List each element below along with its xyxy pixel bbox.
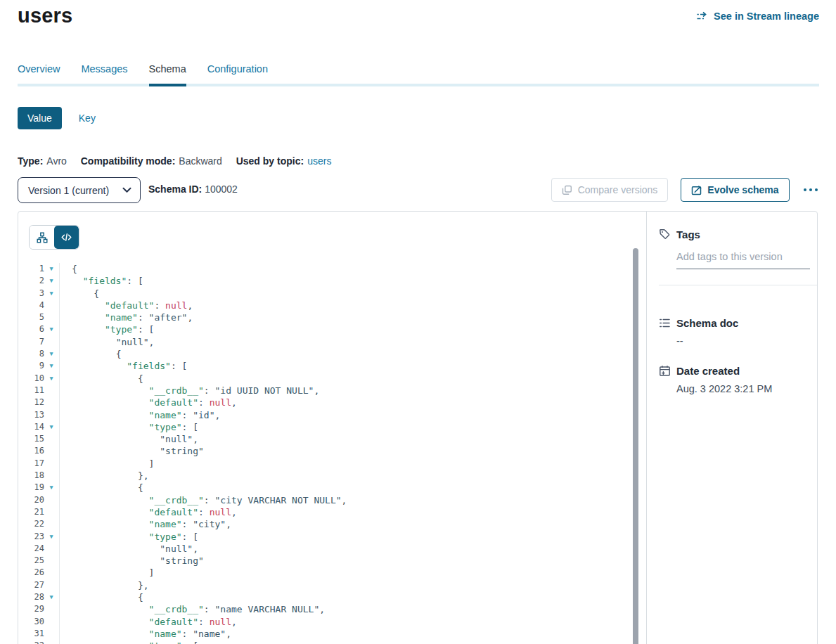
- tab-schema[interactable]: Schema: [149, 63, 186, 86]
- line-number: 27: [18, 579, 44, 591]
- key-tab-button[interactable]: Key: [79, 112, 96, 124]
- code-lines: 1▼{2▼ "fields": [3▼ {4 "default": null,5…: [18, 263, 646, 644]
- code-text: "name": "after",: [59, 311, 646, 323]
- topic-link[interactable]: users: [307, 155, 331, 167]
- code-line: 1▼{: [18, 263, 646, 275]
- code-line: 32▼ "type": [: [18, 640, 646, 644]
- code-line: 10▼ {: [18, 373, 646, 385]
- fold-spacer: [44, 567, 58, 579]
- code-view-button[interactable]: [54, 226, 79, 249]
- fold-arrow-icon[interactable]: ▼: [44, 263, 58, 275]
- fold-spacer: [44, 506, 58, 518]
- code-line: 26 ]: [18, 567, 646, 579]
- edit-schema-icon: [691, 185, 702, 195]
- fold-arrow-icon[interactable]: ▼: [44, 421, 58, 433]
- code-text: ]: [59, 567, 646, 579]
- schema-controls-row: Version 1 (current) Schema ID: 100002 Co…: [18, 177, 819, 203]
- code-text: "default": null,: [59, 300, 646, 311]
- fold-arrow-icon[interactable]: ▼: [44, 360, 58, 372]
- line-number: 19: [18, 482, 44, 494]
- code-text: "null",: [59, 543, 646, 555]
- calendar-icon: [659, 365, 671, 377]
- type-label: Type:: [18, 155, 43, 167]
- code-line: 28▼ {: [18, 591, 646, 603]
- fold-arrow-icon[interactable]: ▼: [44, 591, 58, 603]
- code-line: 12 "default": null,: [18, 397, 646, 408]
- tags-section-header: Tags: [659, 228, 700, 240]
- fold-spacer: [44, 603, 58, 615]
- line-number: 30: [18, 616, 44, 628]
- code-text: "type": [: [59, 421, 646, 433]
- fold-arrow-icon[interactable]: ▼: [44, 373, 58, 385]
- code-line: 6▼ "type": [: [18, 323, 646, 335]
- tab-overview[interactable]: Overview: [18, 63, 60, 86]
- more-options-button[interactable]: [802, 186, 820, 195]
- fold-arrow-icon[interactable]: ▼: [44, 323, 58, 335]
- schema-id-value: 100002: [205, 183, 238, 195]
- line-number: 13: [18, 409, 44, 421]
- schema-id: Schema ID: 100002: [148, 183, 238, 195]
- code-line: 3▼ {: [18, 288, 646, 300]
- code-line: 13 "name": "id",: [18, 409, 646, 421]
- fold-spacer: [44, 628, 58, 640]
- fold-arrow-icon[interactable]: ▼: [44, 531, 58, 543]
- used-by-topic-label: Used by topic:: [236, 155, 304, 167]
- topic-schema-page: users See in Stream lineage OverviewMess…: [0, 0, 836, 644]
- code-line: 17 ]: [18, 458, 646, 470]
- code-text: "string": [59, 555, 646, 567]
- line-number: 29: [18, 603, 44, 615]
- fold-arrow-icon[interactable]: ▼: [44, 348, 58, 360]
- tab-list: OverviewMessagesSchemaConfiguration: [18, 63, 819, 86]
- line-number: 18: [18, 470, 44, 482]
- fold-arrow-icon[interactable]: ▼: [44, 288, 58, 300]
- version-select[interactable]: Version 1 (current): [18, 177, 141, 203]
- fold-spacer: [44, 579, 58, 591]
- code-text: "type": [: [59, 323, 646, 335]
- tree-view-button[interactable]: [30, 226, 54, 249]
- code-text: "null",: [59, 336, 646, 348]
- line-number: 3: [18, 288, 44, 300]
- schema-info-sidebar: Tags Schema doc --: [648, 212, 817, 644]
- tab-configuration[interactable]: Configuration: [207, 63, 268, 86]
- stream-lineage-link[interactable]: See in Stream lineage: [696, 11, 819, 22]
- code-line: 31 "name": "name",: [18, 628, 646, 640]
- fold-arrow-icon[interactable]: ▼: [44, 275, 58, 287]
- code-line: 16 "string": [18, 445, 646, 457]
- code-text: "fields": [: [59, 360, 646, 372]
- line-number: 17: [18, 458, 44, 470]
- code-text: ]: [59, 458, 646, 470]
- schema-actions: Compare versions Evolve schema: [551, 178, 819, 202]
- line-number: 4: [18, 300, 44, 311]
- code-line: 9▼ "fields": [: [18, 360, 646, 372]
- version-select-value: Version 1 (current): [28, 185, 109, 196]
- value-tab-button[interactable]: Value: [18, 107, 62, 129]
- code-text: {: [59, 348, 646, 360]
- code-text: "default": null,: [59, 616, 646, 628]
- editor-view-toggle: [29, 225, 79, 250]
- code-line: 19▼ {: [18, 482, 646, 494]
- fold-arrow-icon[interactable]: ▼: [44, 482, 58, 494]
- evolve-schema-button[interactable]: Evolve schema: [681, 178, 789, 202]
- code-line: 21 "default": null,: [18, 506, 646, 518]
- code-text: "type": [: [59, 640, 646, 644]
- line-number: 6: [18, 323, 44, 335]
- fold-spacer: [44, 555, 58, 567]
- type-value: Avro: [46, 155, 67, 167]
- compare-versions-button[interactable]: Compare versions: [551, 178, 669, 202]
- compare-icon: [562, 185, 572, 195]
- code-line: 22 "name": "city",: [18, 518, 646, 530]
- fold-arrow-icon[interactable]: ▼: [44, 640, 58, 644]
- code-line: 20 "__crdb__": "city VARCHAR NOT NULL",: [18, 494, 646, 506]
- add-tags-input[interactable]: [676, 251, 810, 269]
- code-line: 30 "default": null,: [18, 616, 646, 628]
- tab-messages[interactable]: Messages: [81, 63, 127, 86]
- compare-versions-label: Compare versions: [578, 184, 658, 195]
- date-created-section-header: Date created: [659, 365, 740, 377]
- line-number: 22: [18, 518, 44, 530]
- tab-underline: [18, 84, 819, 86]
- line-number: 31: [18, 628, 44, 640]
- fold-spacer: [44, 518, 58, 530]
- code-scrollbar[interactable]: [633, 248, 638, 644]
- code-line: 2▼ "fields": [: [18, 275, 646, 287]
- fold-spacer: [44, 433, 58, 445]
